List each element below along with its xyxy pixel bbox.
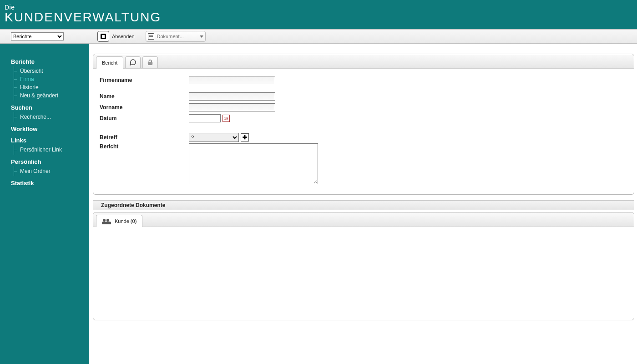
absenden-group: Absenden (97, 31, 135, 42)
label-betreff: Betreff (100, 134, 189, 141)
label-datum: Datum (100, 115, 189, 121)
label-name: Name (100, 93, 189, 100)
dokument-dropdown-label: Dokument... (157, 34, 197, 39)
sidebar: Berichte Übersicht Firma Historie Neu & … (0, 44, 89, 364)
tab-lock[interactable] (142, 56, 158, 68)
absenden-label: Absenden (112, 34, 135, 39)
section-zugeordnete-dokumente: Zugeordnete Dokumente (93, 200, 634, 210)
sidebar-item-neu-geaendert[interactable]: Neu & geändert (11, 91, 85, 100)
sidebar-cat-links[interactable]: Links (11, 137, 85, 144)
documents-panel: Kunde (0) (93, 212, 634, 320)
speech-bubble-icon (129, 59, 136, 67)
sidebar-item-recherche[interactable]: Recherche... (11, 113, 85, 121)
label-vorname: Vorname (100, 104, 189, 111)
sidebar-cat-statistik[interactable]: Statistik (11, 180, 85, 187)
form-tabs: Bericht (93, 54, 634, 69)
date-picker-button[interactable]: 19 (222, 115, 230, 122)
absenden-button[interactable] (97, 31, 109, 42)
document-list-icon (148, 33, 154, 40)
label-firmenname: Firmenname (100, 77, 189, 83)
app-header: Die KUNDENVERWALTUNG (0, 0, 637, 29)
tab-comments[interactable] (125, 56, 141, 68)
dokument-dropdown[interactable]: Dokument... (146, 31, 206, 42)
documents-tabs: Kunde (0) (93, 212, 634, 227)
chevron-down-icon (200, 35, 203, 38)
tab-kunde-label: Kunde (0) (115, 218, 136, 224)
save-icon (101, 34, 106, 39)
input-datum[interactable] (189, 114, 221, 122)
calendar-icon: 19 (224, 116, 228, 121)
sidebar-cat-suchen[interactable]: Suchen (11, 104, 85, 111)
people-icon (102, 218, 111, 224)
toolbar-left: Berichte (0, 32, 89, 40)
sidebar-item-persoenlicher-link[interactable]: Persönlicher Link (11, 146, 85, 154)
svg-rect-0 (148, 62, 152, 65)
lock-icon (147, 59, 154, 67)
select-betreff[interactable]: ? (189, 133, 239, 142)
input-firmenname[interactable] (189, 76, 275, 84)
sidebar-item-uebersicht[interactable]: Übersicht (11, 67, 85, 75)
layout: Berichte Übersicht Firma Historie Neu & … (0, 44, 637, 364)
tab-kunde[interactable]: Kunde (0) (96, 215, 142, 227)
input-name[interactable] (189, 92, 275, 101)
form-panel: Bericht Firmenname (93, 54, 634, 195)
toolbar: Berichte Absenden Dokument... (0, 29, 637, 44)
tab-bericht[interactable]: Bericht (96, 56, 123, 69)
top-module-select[interactable]: Berichte (11, 32, 64, 40)
sidebar-cat-persoenlich[interactable]: Persönlich (11, 158, 85, 165)
sidebar-item-historie[interactable]: Historie (11, 83, 85, 91)
textarea-bericht[interactable] (189, 143, 318, 184)
label-bericht: Bericht (100, 143, 189, 150)
sidebar-cat-workflow[interactable]: Workflow (11, 126, 85, 132)
header-title: KUNDENVERWALTUNG (5, 10, 632, 25)
sidebar-cat-berichte[interactable]: Berichte (11, 58, 85, 65)
plus-icon: ✚ (243, 134, 247, 141)
sidebar-item-mein-ordner[interactable]: Mein Ordner (11, 167, 85, 175)
main: Bericht Firmenname (89, 44, 637, 364)
form-area: Firmenname Name Vorname Datum (93, 69, 634, 194)
add-betreff-button[interactable]: ✚ (241, 133, 249, 142)
input-vorname[interactable] (189, 103, 275, 111)
sidebar-item-firma[interactable]: Firma (11, 75, 85, 83)
